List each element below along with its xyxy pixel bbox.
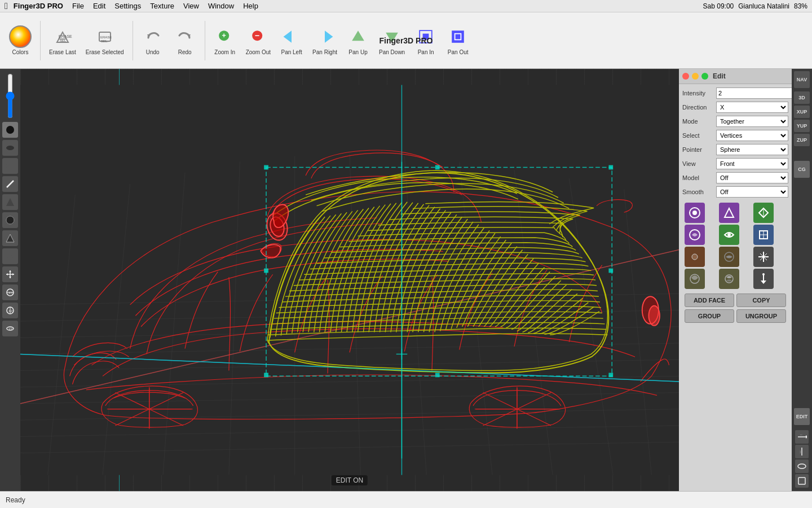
svg-rect-90: [435, 373, 440, 377]
yup-tab-btn[interactable]: YUP: [794, 120, 810, 132]
colors-group: Colors: [6, 23, 35, 58]
tool-grid-btn-9[interactable]: [753, 247, 774, 267]
nav-tab-btn[interactable]: NAV: [794, 71, 810, 88]
tool-grid-btn-3[interactable]: [753, 203, 774, 223]
menu-view[interactable]: View: [183, 2, 199, 10]
tool-btn-4[interactable]: [2, 176, 18, 192]
tool-rotate-y[interactable]: XZ: [2, 303, 18, 318]
tool-btn-1[interactable]: [2, 122, 18, 138]
add-face-button[interactable]: ADD FACE: [685, 294, 734, 307]
window-minimize-btn[interactable]: [692, 73, 699, 80]
cg-btn[interactable]: CG: [794, 161, 810, 178]
tool-grid-btn-12[interactable]: [753, 269, 774, 289]
tool-grid-btn-5[interactable]: [719, 225, 739, 245]
apple-menu-icon[interactable]: : [5, 1, 8, 11]
copy-button[interactable]: COPY: [736, 294, 786, 307]
status-bar: Ready: [0, 491, 812, 508]
view-select[interactable]: FrontBackLeftRightTopBottom: [716, 158, 788, 169]
menu-window[interactable]: Window: [208, 2, 234, 10]
color-swatch[interactable]: [9, 25, 32, 48]
tool-grid-btn-6[interactable]: [753, 225, 774, 245]
tool-grid-btn-8[interactable]: [719, 247, 739, 267]
svg-marker-23: [6, 198, 14, 206]
axis-y-btn[interactable]: ↕: [795, 445, 809, 458]
transform-btn[interactable]: [795, 474, 809, 488]
svg-text:SEL.: SEL.: [101, 40, 108, 43]
smooth-select[interactable]: OffOn: [716, 186, 788, 198]
tool-btn-2[interactable]: [2, 140, 18, 156]
direction-select[interactable]: XYZ: [716, 102, 788, 113]
svg-marker-32: [12, 273, 14, 275]
undo-group: Undo: [138, 23, 167, 58]
svg-point-24: [6, 216, 14, 224]
erase-selected-button[interactable]: ERASE SEL.: [94, 25, 116, 48]
tool-grid-btn-1[interactable]: [685, 203, 705, 223]
ungroup-button[interactable]: UNGROUP: [736, 309, 786, 323]
select-select[interactable]: VerticesEdgesFaces: [716, 130, 788, 141]
pan-right-button[interactable]: [314, 25, 336, 48]
zoom-in-label: Zoom In: [214, 49, 235, 56]
erase-last-button[interactable]: ERASE SEL: [51, 25, 74, 48]
colors-label: Colors: [12, 49, 29, 56]
svg-marker-30: [9, 277, 11, 278]
pan-left-button[interactable]: [280, 25, 303, 48]
svg-rect-83: [264, 165, 268, 170]
erase-last-group: ERASE SEL Erase Last: [46, 23, 80, 58]
redo-button[interactable]: [174, 25, 196, 48]
window-close-btn[interactable]: [682, 73, 689, 80]
tool-btn-7[interactable]: [2, 230, 18, 246]
edit-panel-title: Edit: [713, 72, 726, 80]
tool-grid-btn-7[interactable]: [685, 247, 705, 267]
axis-z-btn[interactable]: [795, 459, 809, 473]
brush-size-slider[interactable]: [5, 73, 16, 119]
xup-tab-btn[interactable]: XUP: [794, 106, 810, 118]
app-menu-name[interactable]: Finger3D PRO: [14, 2, 63, 10]
tool-grid-btn-10[interactable]: [685, 269, 705, 289]
svg-marker-26: [7, 253, 14, 260]
3d-tab-btn[interactable]: 3D: [794, 91, 810, 104]
tool-grid-btn-11[interactable]: [719, 269, 739, 289]
tool-rotate-z[interactable]: YZ: [2, 321, 18, 336]
window-maximize-btn[interactable]: [701, 73, 708, 80]
viewport-status-label: EDIT ON: [332, 475, 368, 485]
pan-up-button[interactable]: [347, 25, 369, 48]
tool-btn-8[interactable]: [2, 248, 18, 264]
undo-label: Undo: [146, 49, 160, 56]
svg-point-19: [6, 126, 14, 134]
svg-text:+: +: [222, 31, 226, 39]
menu-texture[interactable]: Texture: [150, 2, 174, 10]
tool-btn-3[interactable]: [2, 158, 18, 174]
pointer-select[interactable]: SphereCubeCone: [716, 144, 788, 155]
pan-in-label: Pan In: [418, 49, 434, 56]
user-name: Gianluca Natalini: [738, 2, 789, 10]
menu-edit[interactable]: Edit: [93, 2, 105, 10]
undo-button[interactable]: [142, 25, 164, 48]
menu-help[interactable]: Help: [243, 2, 258, 10]
pan-right-label: Pan Right: [312, 49, 337, 56]
tool-grid-btn-2[interactable]: [719, 203, 739, 223]
direction-row: Direction XYZ: [682, 102, 788, 113]
tool-btn-6[interactable]: [2, 212, 18, 228]
zup-tab-btn[interactable]: ZUP: [794, 134, 810, 146]
tool-btn-5[interactable]: [2, 194, 18, 210]
mode-select[interactable]: TogetherSeparate: [716, 116, 788, 127]
zoom-in-button[interactable]: +: [214, 25, 236, 48]
edit-btn[interactable]: EDIT: [794, 408, 810, 425]
zoom-out-button[interactable]: −: [247, 25, 270, 48]
model-select[interactable]: OffOn: [716, 172, 788, 183]
svg-marker-29: [9, 270, 11, 272]
viewport[interactable]: EDIT ON: [20, 69, 679, 491]
status-text: Ready: [6, 496, 25, 504]
menu-settings[interactable]: Settings: [114, 2, 141, 10]
intensity-input[interactable]: [716, 87, 792, 99]
group-button[interactable]: GROUP: [685, 309, 734, 323]
tool-move[interactable]: [2, 266, 18, 282]
tool-grid-btn-4[interactable]: [685, 225, 705, 245]
brush-size-slider-container: [1, 71, 19, 121]
axis-x-btn[interactable]: ↔: [795, 430, 809, 444]
pan-out-button[interactable]: [447, 25, 469, 48]
menu-file[interactable]: File: [72, 2, 84, 10]
svg-text:ERASE: ERASE: [100, 36, 112, 39]
tool-rotate-x[interactable]: XY: [2, 284, 18, 300]
pan-left-label: Pan Left: [281, 49, 302, 56]
